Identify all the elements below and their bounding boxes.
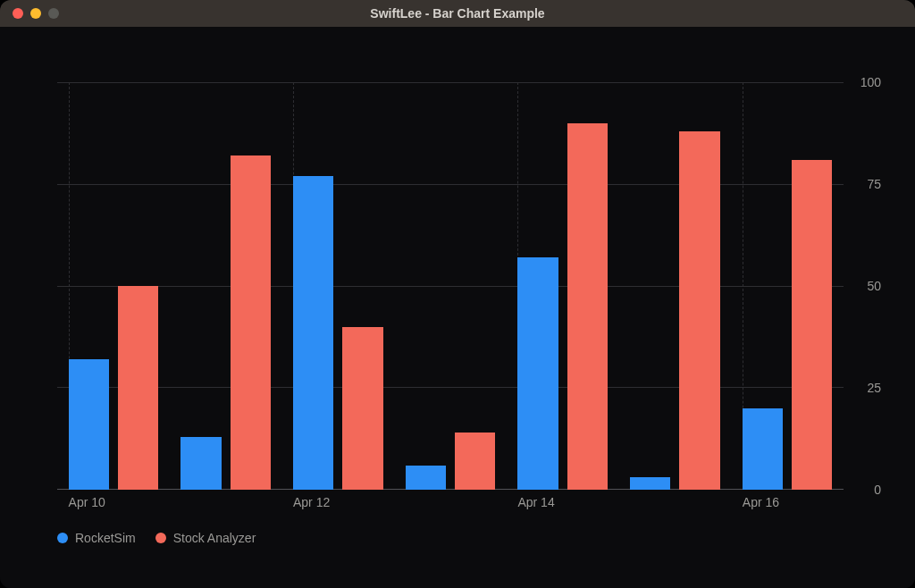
y-tick-label: 100 <box>860 75 881 89</box>
minimize-icon[interactable] <box>30 8 41 19</box>
bar-chart: 0255075100 Apr 10Apr 12Apr 14Apr 16 Rock… <box>18 43 897 570</box>
bar-rocketsim <box>743 408 783 490</box>
bar-stock-analyzer <box>231 155 271 490</box>
legend-swatch-icon <box>57 533 68 543</box>
bar-rocketsim <box>406 466 446 490</box>
bar-stock-analyzer <box>118 286 158 490</box>
window-title: SwiftLee - Bar Chart Example <box>0 6 915 21</box>
bar-stock-analyzer <box>455 433 495 490</box>
legend: RocketSim Stock Analyzer <box>57 531 256 545</box>
bar-rocketsim <box>69 359 109 490</box>
bar-stock-analyzer <box>792 160 832 490</box>
legend-item-stock-analyzer: Stock Analyzer <box>155 531 256 545</box>
bar-rocketsim <box>517 257 558 490</box>
bars-layer <box>57 82 844 490</box>
y-tick-label: 25 <box>867 381 881 395</box>
legend-label: RocketSim <box>75 531 136 545</box>
titlebar[interactable]: SwiftLee - Bar Chart Example <box>0 0 915 27</box>
x-axis: Apr 10Apr 12Apr 14Apr 16 <box>57 495 844 517</box>
y-tick-label: 0 <box>874 483 881 497</box>
y-tick-label: 75 <box>867 177 881 191</box>
bar-rocketsim <box>180 437 221 490</box>
traffic-lights <box>13 8 59 19</box>
legend-label: Stock Analyzer <box>173 531 256 545</box>
x-tick-label: Apr 14 <box>517 495 554 509</box>
content-area: 0255075100 Apr 10Apr 12Apr 14Apr 16 Rock… <box>0 27 915 588</box>
bar-stock-analyzer <box>679 131 719 490</box>
bar-stock-analyzer <box>567 123 608 490</box>
close-icon[interactable] <box>13 8 23 19</box>
y-tick-label: 50 <box>867 279 881 293</box>
bar-rocketsim <box>293 176 333 490</box>
x-tick-label: Apr 16 <box>743 495 779 509</box>
bar-stock-analyzer <box>342 327 382 490</box>
legend-item-rocketsim: RocketSim <box>57 531 136 545</box>
x-tick-label: Apr 12 <box>293 495 330 509</box>
app-window: SwiftLee - Bar Chart Example 0255075100 … <box>0 0 915 588</box>
zoom-icon[interactable] <box>48 8 59 19</box>
legend-swatch-icon <box>155 533 166 543</box>
x-tick-label: Apr 10 <box>69 495 105 509</box>
bar-rocketsim <box>630 477 670 490</box>
